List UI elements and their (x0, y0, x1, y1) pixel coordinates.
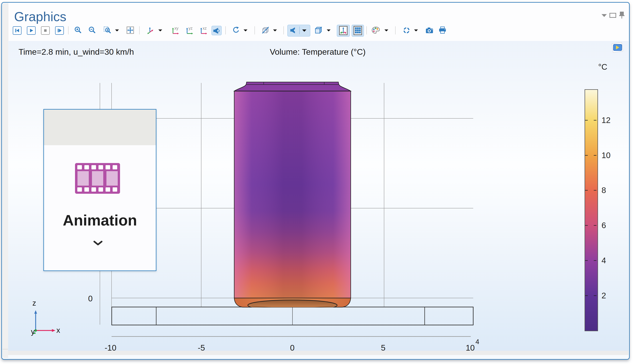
legend-tick (594, 120, 596, 120)
zoom-box-icon[interactable] (104, 26, 112, 34)
x-tick-label: 10 (466, 343, 475, 352)
material-cube-icon[interactable] (314, 26, 322, 34)
legend-tick (585, 155, 588, 156)
legend-unit: °C (589, 62, 616, 72)
perspective-icon (212, 26, 221, 35)
toolbar-separator (283, 26, 284, 34)
window-title: Graphics (14, 9, 66, 24)
left-strip-divider (3, 349, 8, 349)
divider (299, 26, 300, 34)
svg-text:xz: xz (203, 26, 207, 30)
toolbar-separator (255, 26, 255, 34)
color-palette-icon[interactable] (371, 26, 380, 34)
zoom-out-icon[interactable] (88, 26, 96, 34)
triad-y-label: y (31, 328, 35, 336)
play-button[interactable] (27, 26, 36, 35)
stop-icon (42, 27, 49, 34)
legend-tick-label: 8 (601, 186, 606, 195)
toolbar-separator (366, 26, 367, 34)
toolbar-separator (395, 26, 396, 34)
legend-tick (585, 225, 588, 226)
toolbar-separator (139, 26, 140, 34)
dropdown-icon[interactable] (414, 29, 418, 32)
legend-colorbar (584, 89, 598, 331)
rotate-icon[interactable] (232, 26, 240, 34)
animation-popup-label: Animation (44, 212, 156, 229)
animation-popup[interactable]: Animation (44, 109, 156, 271)
z-axis-tick-label: 0 (88, 294, 93, 303)
dropdown-icon[interactable] (273, 29, 277, 32)
triad-x-label: x (57, 326, 60, 334)
legend-tick-label: 12 (601, 116, 610, 125)
step-forward-button[interactable] (55, 26, 64, 35)
legend-tick (594, 225, 596, 226)
show-grid-button[interactable] (352, 25, 364, 37)
media-player-icon (611, 42, 624, 53)
dropdown-icon[interactable] (326, 29, 331, 32)
x-tick-label: -5 (198, 343, 205, 352)
animation-popup-header (44, 110, 156, 145)
left-edge-strip (2, 3, 8, 358)
stop-button[interactable] (41, 26, 50, 35)
dropdown-icon (302, 29, 307, 32)
step-forward-icon (56, 27, 63, 34)
legend-tick-label: 6 (601, 220, 606, 230)
view-yz-icon[interactable]: yz (185, 26, 193, 34)
scene-cube-icon[interactable] (261, 26, 270, 34)
legend-tick-label: 4 (601, 256, 606, 265)
speaker-icon (289, 26, 298, 34)
plot-frame-icon (337, 25, 349, 36)
film-strip-icon (75, 163, 120, 194)
dropdown-icon[interactable] (384, 29, 389, 32)
legend-tick (594, 295, 596, 296)
view-xz-icon[interactable]: xz (199, 26, 208, 34)
step-back-button[interactable] (13, 26, 22, 35)
refresh-icon[interactable] (402, 26, 411, 34)
legend-tick-label: 2 (601, 291, 606, 300)
play-icon (27, 27, 35, 34)
print-icon[interactable] (438, 26, 447, 34)
legend-tick (594, 155, 596, 156)
x-axis-exponent: 4 (475, 338, 479, 346)
can-surface-plot (234, 82, 351, 310)
legend-tick (594, 260, 596, 261)
snapshot-camera-icon[interactable] (425, 26, 434, 34)
x-tick-label: 5 (381, 343, 385, 352)
svg-text:yz: yz (189, 26, 193, 30)
toolbar-separator (225, 26, 226, 34)
dropdown-icon[interactable] (115, 29, 119, 32)
x-tick-label: 0 (290, 343, 295, 352)
legend-tick (585, 260, 588, 261)
legend-tick (585, 190, 588, 190)
perspective-button[interactable] (211, 26, 222, 35)
x-tick-label: -10 (105, 343, 116, 352)
chevron-down-icon (93, 240, 103, 246)
legend-tick (594, 190, 596, 190)
legend-tick (585, 120, 588, 120)
zoom-extents-icon[interactable] (126, 26, 134, 34)
grid-icon (352, 25, 364, 36)
legend-tick (585, 295, 588, 296)
coordinate-triad (33, 310, 56, 334)
view-xy-icon[interactable]: xy (171, 26, 179, 34)
transparency-button-group[interactable] (287, 25, 310, 36)
dropdown-icon[interactable] (243, 29, 248, 32)
toolbar-separator (68, 26, 69, 34)
zoom-in-icon[interactable] (74, 26, 82, 34)
legend-tick-label: 10 (601, 150, 610, 160)
bottom-band (8, 351, 628, 355)
step-back-icon (13, 27, 21, 34)
svg-text:xy: xy (174, 26, 179, 30)
triad-z-label: z (33, 299, 36, 307)
float-window-icon[interactable] (609, 12, 616, 18)
chevron-down-icon[interactable] (601, 14, 607, 18)
bottom-band-inner (8, 355, 628, 359)
show-plot-frame-button[interactable] (337, 25, 350, 37)
pin-icon[interactable] (618, 11, 625, 19)
go-to-default-view-icon[interactable] (146, 26, 154, 34)
dropdown-icon[interactable] (158, 29, 163, 32)
